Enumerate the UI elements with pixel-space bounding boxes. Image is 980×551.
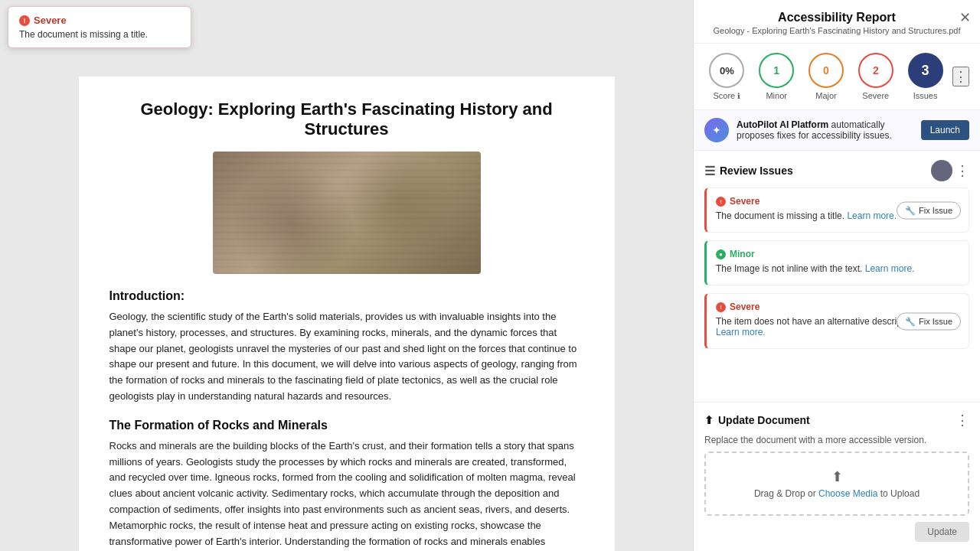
issue-card-1: ! Severe The document is missing a title… [704, 187, 969, 233]
issue-3-badge-label: Severe [730, 302, 760, 312]
update-title: ⬆ Update Document [704, 414, 810, 426]
introduction-heading: Introduction: [109, 289, 584, 303]
close-button[interactable]: ✕ [959, 9, 971, 26]
issue-2-dot-icon: ● [716, 249, 726, 259]
review-issues-header: ☰ Review Issues ⋮ [704, 151, 969, 187]
fix-label-1: Fix Issue [919, 206, 952, 215]
score-value: 0% [709, 53, 744, 88]
minor-value: 1 [759, 53, 794, 88]
alert-badge: ! Severe [19, 15, 180, 26]
section2-text: Rocks and minerals are the building bloc… [109, 439, 584, 551]
wrench-icon-2: 🔧 [905, 316, 916, 326]
alert-badge-label: Severe [34, 15, 67, 26]
update-header: ⬆ Update Document ⋮ [704, 412, 969, 429]
panel-title: Accessibility Report [778, 11, 896, 24]
document-title: Geology: Exploring Earth's Fascinating H… [109, 99, 584, 139]
cursor-indicator [931, 160, 952, 181]
document-image [213, 152, 481, 274]
issue-card-3: ! Severe The item does not have an alter… [704, 293, 969, 349]
autopilot-brand: AutoPilot AI Platform [737, 119, 828, 130]
issue-card-2: ● Minor The Image is not inline with the… [704, 240, 969, 285]
alert-message: The document is missing a title. [19, 29, 180, 40]
upload-suffix: to Upload [877, 488, 920, 499]
severe-circle: 2 Severe [853, 53, 898, 100]
panel-header: ✕ Accessibility Report Geology - Explori… [694, 0, 980, 44]
issues-circle: 3 Issues [903, 53, 948, 100]
launch-button[interactable]: Launch [921, 120, 969, 140]
issue-3-fix-button[interactable]: 🔧 Fix Issue [897, 312, 961, 330]
document-area: ! Severe The document is missing a title… [0, 0, 693, 551]
wrench-icon: 🔧 [905, 205, 916, 215]
issue-1-fix-button[interactable]: 🔧 Fix Issue [897, 201, 961, 219]
update-icon: ⬆ [704, 414, 714, 426]
update-actions: Update [704, 522, 969, 542]
document-content: Geology: Exploring Earth's Fascinating H… [79, 77, 615, 551]
choose-media-link[interactable]: Choose Media [818, 488, 877, 499]
review-issues-label: Review Issues [720, 165, 793, 177]
issue-3-badge: ! Severe [716, 302, 959, 312]
score-more-button[interactable]: ⋮ [952, 67, 969, 86]
issue-2-learn-more-link[interactable]: Learn more. [865, 263, 915, 274]
accessibility-panel: ✕ Accessibility Report Geology - Explori… [693, 0, 980, 551]
review-issues-title: ☰ Review Issues [704, 164, 793, 178]
minor-label: Minor [766, 91, 787, 100]
drag-drop-text: Drag & Drop or [754, 488, 818, 499]
update-button[interactable]: Update [915, 522, 969, 542]
major-label: Major [815, 91, 837, 100]
update-section: ⬆ Update Document ⋮ Replace the document… [694, 402, 980, 551]
update-description: Replace the document with a more accessi… [704, 435, 969, 445]
score-row: 0% Score ℹ 1 Minor 0 Major 2 Severe 3 Is… [694, 44, 980, 110]
issue-1-badge-label: Severe [730, 196, 760, 207]
document-image-inner [213, 152, 481, 274]
panel-subtitle: Geology - Exploring Earth's Fascinating … [713, 26, 960, 35]
minor-circle: 1 Minor [754, 53, 799, 100]
issue-1-learn-more-link[interactable]: Learn more. [847, 210, 897, 221]
update-more-button[interactable]: ⋮ [956, 412, 969, 429]
issue-1-dot-icon: ! [716, 197, 726, 207]
issues-section: ☰ Review Issues ⋮ ! Severe The document … [694, 151, 980, 402]
autopilot-icon: ✦ [704, 118, 729, 142]
issue-2-badge-label: Minor [730, 249, 755, 259]
severe-dot-icon: ! [19, 15, 30, 26]
fix-label-3: Fix Issue [919, 317, 952, 326]
issue-3-dot-icon: ! [716, 302, 726, 312]
issues-value: 3 [908, 53, 943, 88]
severe-alert-popup: ! Severe The document is missing a title… [8, 6, 191, 48]
severe-label: Severe [862, 91, 889, 100]
autopilot-text: AutoPilot AI Platform automatically prop… [737, 119, 913, 141]
update-title-label: Update Document [718, 414, 810, 426]
score-circle: 0% Score ℹ [704, 53, 750, 100]
major-value: 0 [808, 53, 844, 88]
upload-icon: ⬆ [721, 468, 952, 485]
issue-2-badge: ● Minor [716, 249, 959, 259]
issue-2-text: The Image is not inline with the text. L… [716, 263, 959, 274]
issue-3-learn-more-link[interactable]: Learn more. [716, 327, 766, 337]
major-circle: 0 Major [804, 53, 849, 100]
autopilot-bar: ✦ AutoPilot AI Platform automatically pr… [694, 110, 980, 151]
review-issues-icon: ☰ [704, 164, 715, 178]
section2-heading: The Formation of Rocks and Minerals [109, 419, 584, 432]
severe-value: 2 [858, 53, 893, 88]
score-label: Score ℹ [713, 91, 740, 100]
introduction-text: Geology, the scientific study of the Ear… [109, 309, 584, 405]
review-issues-more-button[interactable]: ⋮ [956, 162, 969, 179]
upload-zone[interactable]: ⬆ Drag & Drop or Choose Media to Upload [704, 452, 969, 516]
issues-label: Issues [913, 91, 938, 100]
